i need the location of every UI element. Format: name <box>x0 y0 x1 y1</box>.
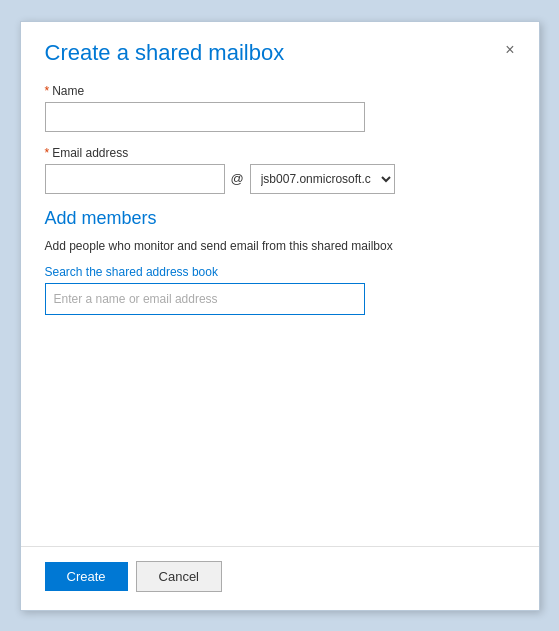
at-sign: @ <box>231 171 244 186</box>
email-row: @ jsb007.onmicrosoft.c <box>45 164 515 194</box>
add-members-title: Add members <box>45 208 515 229</box>
search-label: Search the shared address book <box>45 265 515 279</box>
create-shared-mailbox-dialog: Create a shared mailbox × *Name *Email a… <box>20 21 540 611</box>
name-required-marker: * <box>45 84 50 98</box>
name-label-text: Name <box>52 84 84 98</box>
email-field-group: *Email address @ jsb007.onmicrosoft.c <box>45 146 515 194</box>
name-label: *Name <box>45 84 515 98</box>
dialog-title: Create a shared mailbox <box>45 40 285 66</box>
email-required-marker: * <box>45 146 50 160</box>
name-input[interactable] <box>45 102 365 132</box>
members-description: Add people who monitor and send email fr… <box>45 237 425 255</box>
create-button[interactable]: Create <box>45 562 128 591</box>
email-local-input[interactable] <box>45 164 225 194</box>
dialog-header: Create a shared mailbox × <box>21 22 539 76</box>
dialog-footer: Create Cancel <box>21 546 539 610</box>
close-button[interactable]: × <box>505 42 514 58</box>
email-label-text: Email address <box>52 146 128 160</box>
email-label: *Email address <box>45 146 515 160</box>
cancel-button[interactable]: Cancel <box>136 561 222 592</box>
name-field-group: *Name <box>45 84 515 132</box>
member-search-input[interactable] <box>45 283 365 315</box>
domain-select[interactable]: jsb007.onmicrosoft.c <box>250 164 395 194</box>
dialog-body: *Name *Email address @ jsb007.onmicrosof… <box>21 76 539 546</box>
